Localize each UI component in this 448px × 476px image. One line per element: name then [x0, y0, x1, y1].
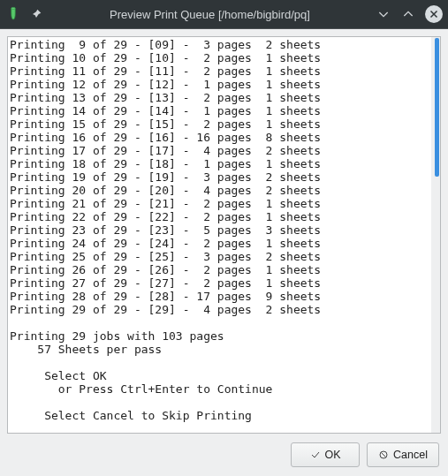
message-frame: Printing 9 of 29 - [09] - 3 pages 2 shee…	[7, 36, 441, 434]
message-text: Printing 9 of 29 - [09] - 3 pages 2 shee…	[8, 37, 431, 433]
maximize-button[interactable]	[400, 6, 416, 22]
titlebar: Preview Print Queue [/home/bigbird/pq]	[0, 0, 448, 28]
scrollbar[interactable]	[431, 37, 440, 433]
scrollbar-thumb[interactable]	[435, 38, 439, 177]
pin-icon[interactable]	[28, 6, 44, 22]
ok-label: OK	[325, 449, 341, 461]
forbid-icon	[378, 450, 389, 460]
dialog-body: Printing 9 of 29 - [09] - 3 pages 2 shee…	[0, 28, 448, 476]
minimize-button[interactable]	[376, 6, 391, 22]
cancel-label: Cancel	[393, 449, 428, 461]
ok-button[interactable]: OK	[291, 442, 360, 467]
window-title: Preview Print Queue [/home/bigbird/pq]	[51, 8, 368, 21]
close-button[interactable]	[425, 5, 443, 23]
svg-point-0	[11, 7, 16, 9]
check-icon	[310, 450, 321, 460]
cancel-button[interactable]: Cancel	[367, 442, 439, 467]
button-row: OK Cancel	[7, 441, 441, 469]
app-icon	[5, 6, 21, 22]
window-controls	[376, 5, 443, 23]
